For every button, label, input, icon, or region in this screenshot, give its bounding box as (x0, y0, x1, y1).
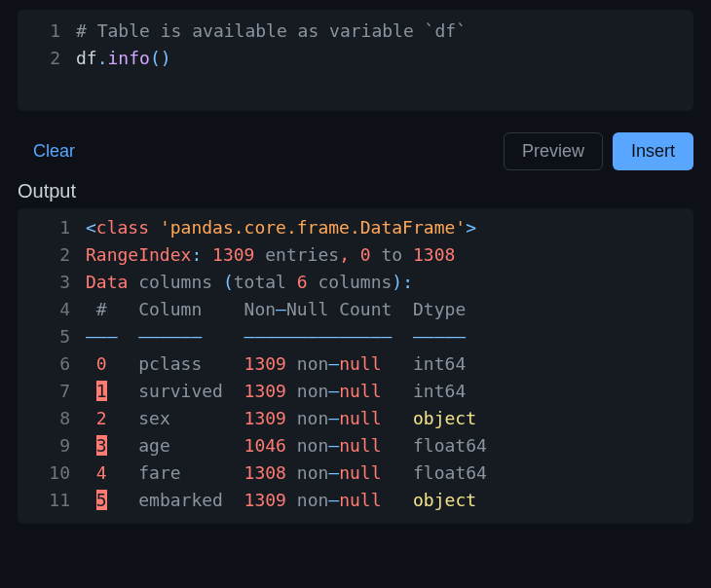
line-number: 5 (18, 323, 86, 350)
preview-button[interactable]: Preview (504, 132, 603, 170)
line-content: df.info() (76, 45, 693, 72)
line-number: 9 (18, 432, 86, 459)
output-line: 1<class 'pandas.core.frame.DataFrame'> (18, 214, 693, 241)
line-content: 2 sex 1309 non–null object (86, 405, 693, 432)
line-content: # Column Non–Null Count Dtype (86, 296, 693, 323)
output-line: 8 2 sex 1309 non–null object (18, 405, 693, 432)
output-line: 6 0 pclass 1309 non–null int64 (18, 350, 693, 378)
line-number: 10 (18, 459, 86, 487)
insert-button[interactable]: Insert (613, 132, 693, 170)
output-line: 3Data columns (total 6 columns): (18, 269, 693, 296)
output-line: 11 5 embarked 1309 non–null object (18, 487, 693, 514)
output-line: 7 1 survived 1309 non–null int64 (18, 378, 693, 405)
line-number: 6 (18, 350, 86, 378)
line-number: 8 (18, 405, 86, 432)
output-label: Output (0, 178, 711, 208)
line-content: RangeIndex: 1309 entries, 0 to 1308 (86, 241, 693, 269)
line-content: 4 fare 1308 non–null float64 (86, 459, 693, 487)
line-content: 1 survived 1309 non–null int64 (86, 378, 693, 405)
output-line: 10 4 fare 1308 non–null float64 (18, 459, 693, 487)
line-content: ––– –––––– –––––––––––––– ––––– (86, 323, 693, 350)
line-number: 1 (18, 18, 76, 45)
line-content: 5 embarked 1309 non–null object (86, 487, 693, 514)
line-number: 7 (18, 378, 86, 405)
line-content: 0 pclass 1309 non–null int64 (86, 350, 693, 378)
controls-row: Clear Preview Insert (0, 129, 711, 178)
input-line: 2df.info() (18, 45, 693, 72)
line-number: 4 (18, 296, 86, 323)
output-line: 2RangeIndex: 1309 entries, 0 to 1308 (18, 241, 693, 269)
input-code-block[interactable]: 1# Table is available as variable `df`2d… (18, 10, 693, 111)
clear-button[interactable]: Clear (33, 141, 75, 162)
output-line: 4 # Column Non–Null Count Dtype (18, 296, 693, 323)
line-number: 3 (18, 269, 86, 296)
line-content: Data columns (total 6 columns): (86, 269, 693, 296)
output-line: 5––– –––––– –––––––––––––– ––––– (18, 323, 693, 350)
output-code-block: 1<class 'pandas.core.frame.DataFrame'>2R… (18, 208, 693, 524)
line-content: <class 'pandas.core.frame.DataFrame'> (86, 214, 693, 241)
line-content: # Table is available as variable `df` (76, 18, 693, 45)
line-number: 2 (18, 241, 86, 269)
line-content: 3 age 1046 non–null float64 (86, 432, 693, 459)
input-line: 1# Table is available as variable `df` (18, 18, 693, 45)
line-number: 2 (18, 45, 76, 72)
line-number: 1 (18, 214, 86, 241)
output-line: 9 3 age 1046 non–null float64 (18, 432, 693, 459)
line-number: 11 (18, 487, 86, 514)
